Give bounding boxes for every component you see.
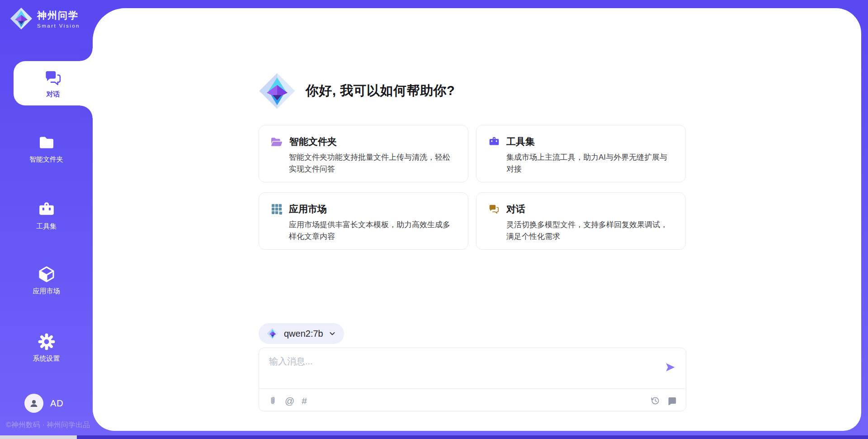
sidebar-item-label: 工具集 <box>36 222 57 231</box>
card-title: 工具集 <box>506 135 535 148</box>
sidebar-item-app-market[interactable]: 应用市场 <box>0 265 93 296</box>
toolbox-icon <box>38 200 56 219</box>
message-input[interactable] <box>269 355 649 383</box>
card-title: 对话 <box>506 203 525 215</box>
diamond-logo-icon <box>267 328 278 339</box>
card-app-market[interactable]: 应用市场 应用市场提供丰富长文本模板，助力高效生成多样化文章内容 <box>259 192 468 250</box>
model-selector[interactable]: qwen2:7b <box>259 323 344 344</box>
card-toolset[interactable]: 工具集 集成市场上主流工具，助力AI与外界无缝扩展与对接 <box>476 125 686 182</box>
card-description: 灵活切换多模型文件，支持多样回复效果调试，满足个性化需求 <box>506 219 674 242</box>
copyright: ©神州数码 · 神州问学出品 <box>6 420 90 430</box>
sidebar: 神州问学 Smart Vision 智能文件夹 工具集 <box>0 0 93 439</box>
hash-icon[interactable]: # <box>302 396 307 406</box>
chat-home-content: 你好, 我可以如何帮助你? 智能文件夹 智能文件夹功能支持批量文件上传与清洗，轻… <box>259 8 687 431</box>
card-smart-folder[interactable]: 智能文件夹 智能文件夹功能支持批量文件上传与清洗，轻松实现文件问答 <box>259 125 468 182</box>
composer-divider <box>259 388 686 389</box>
chevron-down-icon <box>329 330 336 337</box>
folder-open-icon <box>271 137 283 147</box>
history-button[interactable] <box>650 396 660 406</box>
card-title: 智能文件夹 <box>289 135 337 148</box>
greeting-title: 你好, 我可以如何帮助你? <box>306 82 455 100</box>
diamond-logo-icon <box>10 7 33 30</box>
send-icon <box>665 362 676 373</box>
bottom-edge-strip-left <box>0 435 77 439</box>
gear-icon <box>38 333 56 351</box>
history-icon <box>650 396 660 406</box>
folder-icon <box>38 134 56 152</box>
card-chat[interactable]: 对话 灵活切换多模型文件，支持多样回复效果调试，满足个性化需求 <box>476 192 686 250</box>
paperclip-icon <box>268 396 278 406</box>
main-panel: 你好, 我可以如何帮助你? 智能文件夹 智能文件夹功能支持批量文件上传与清洗，轻… <box>93 8 861 431</box>
user-account[interactable]: AD <box>24 394 64 413</box>
attach-button[interactable] <box>268 396 278 406</box>
cube-icon <box>38 265 56 283</box>
greeting: 你好, 我可以如何帮助你? <box>259 72 455 110</box>
card-title: 应用市场 <box>289 203 327 215</box>
message-icon <box>667 396 677 406</box>
grid-cube-icon <box>271 203 283 215</box>
at-icon[interactable]: @ <box>285 396 294 406</box>
composer-toolbar: @ # <box>268 391 677 410</box>
message-composer: @ # <box>259 348 686 411</box>
person-icon <box>28 398 39 409</box>
diamond-logo-icon <box>259 72 296 110</box>
avatar <box>24 394 43 413</box>
bottom-edge-strip <box>0 435 868 439</box>
card-description: 应用市场提供丰富长文本模板，助力高效生成多样化文章内容 <box>289 219 456 242</box>
model-name: qwen2:7b <box>284 329 323 339</box>
user-name: AD <box>50 398 64 409</box>
sidebar-item-settings[interactable]: 系统设置 <box>0 333 93 363</box>
sidebar-item-smart-folder[interactable]: 智能文件夹 <box>0 134 93 164</box>
chat-icon <box>488 203 500 215</box>
brand-tagline: Smart Vision <box>37 23 80 29</box>
sidebar-item-label: 智能文件夹 <box>29 155 63 164</box>
send-button[interactable] <box>665 362 676 373</box>
sidebar-item-toolset[interactable]: 工具集 <box>0 200 93 231</box>
brand: 神州问学 Smart Vision <box>10 7 80 30</box>
briefcase-icon <box>488 136 500 148</box>
brand-name: 神州问学 <box>37 9 80 22</box>
card-description: 智能文件夹功能支持批量文件上传与清洗，轻松实现文件问答 <box>289 152 456 175</box>
sidebar-item-label: 系统设置 <box>33 354 60 363</box>
sidebar-item-label: 应用市场 <box>33 287 60 296</box>
message-panel-button[interactable] <box>667 396 677 406</box>
feature-cards: 智能文件夹 智能文件夹功能支持批量文件上传与清洗，轻松实现文件问答 工具集 集 <box>259 125 686 250</box>
card-description: 集成市场上主流工具，助力AI与外界无缝扩展与对接 <box>506 152 674 175</box>
